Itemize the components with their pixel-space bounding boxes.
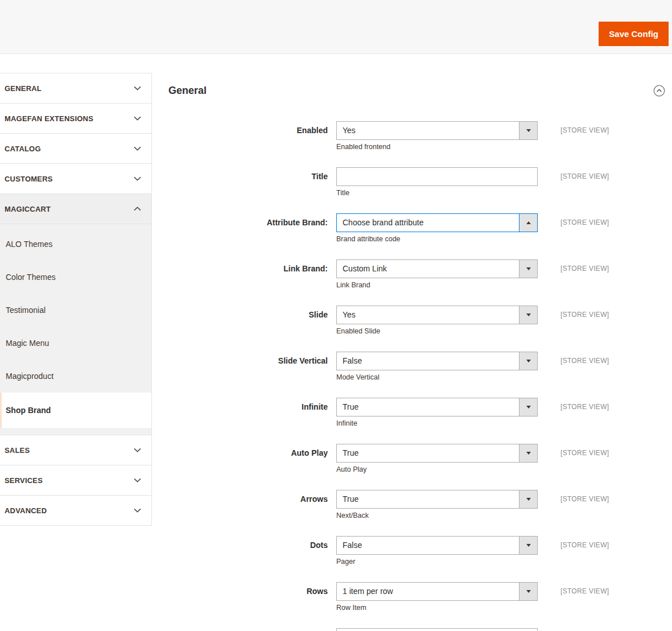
field-text-input[interactable] [336, 628, 538, 631]
form-field-row: Attribute Brand: Choose brand attribute … [168, 213, 665, 244]
scope-label: [STORE VIEW] [560, 444, 609, 474]
field-label-cell: Auto Play [168, 444, 336, 474]
form-field-row: Title Title [STORE VIEW] [168, 167, 665, 197]
dropdown-arrow-icon[interactable] [519, 537, 537, 554]
sidebar-section-header[interactable]: MAGICCART [0, 194, 151, 224]
field-label-cell: Arrows [168, 490, 336, 520]
field-select[interactable]: Custom Link [336, 259, 538, 278]
field-control-cell: 1 item per row Row Item [336, 582, 538, 612]
field-label: Attribute Brand: [267, 213, 328, 232]
field-label: Slide Vertical [278, 352, 328, 370]
field-select[interactable]: Yes [336, 306, 538, 324]
sidebar-section: MAGICCART ALO Themes Color Themes Testim… [0, 194, 151, 435]
field-control-cell: Choose brand attribute Brand attribute c… [336, 213, 538, 244]
field-select[interactable]: 1 item per row [336, 582, 538, 601]
field-control-cell: True Infinite [336, 398, 538, 428]
scope-label: [STORE VIEW] [560, 306, 609, 336]
collapse-section-icon[interactable] [653, 85, 665, 97]
scope-label: [STORE VIEW] [560, 121, 609, 151]
field-control-cell: True Auto Play [336, 444, 538, 474]
field-label-cell: Rows [168, 582, 336, 612]
sidebar-section-label: MAGICCART [5, 205, 51, 213]
form-field-row: Auto Play True Auto Play [STORE VIEW] [168, 444, 665, 474]
sidebar-subitem[interactable]: Magicproduct [0, 360, 151, 393]
field-control-cell: False Mode Vertical [336, 352, 538, 382]
scope-label: [STORE VIEW] [560, 582, 609, 612]
field-select[interactable]: Yes [336, 121, 538, 140]
config-page: Save Config GENERAL MAGEFAN EXTENSIONS C… [0, 0, 672, 631]
field-select[interactable]: False [336, 536, 538, 555]
dropdown-arrow-icon[interactable] [519, 444, 537, 462]
sidebar-section-header[interactable]: SERVICES [0, 465, 151, 496]
dropdown-arrow-icon[interactable] [519, 352, 537, 370]
chevron-down-icon [134, 478, 141, 482]
field-label: Link Brand: [283, 259, 328, 278]
field-hint: Row Item [336, 604, 538, 612]
field-select[interactable]: True [336, 490, 538, 509]
field-hint: Enabled Slide [336, 327, 538, 336]
field-label-cell: Slide Vertical [168, 352, 336, 382]
sidebar-section: CUSTOMERS [0, 164, 151, 194]
chevron-up-icon [134, 207, 141, 211]
chevron-down-icon [134, 146, 141, 151]
dropdown-arrow-icon[interactable] [519, 306, 537, 324]
field-hint: Next/Back [336, 512, 538, 520]
dropdown-arrow-icon[interactable] [519, 490, 537, 508]
dropdown-arrow-icon[interactable] [519, 214, 537, 232]
topbar: Save Config [0, 0, 672, 54]
form-field-row [168, 628, 665, 631]
general-settings-form: Enabled Yes Enabled frontend [STORE VIEW… [168, 121, 665, 631]
dropdown-arrow-icon[interactable] [519, 122, 537, 139]
sidebar-section-label: SALES [5, 446, 30, 455]
sidebar-subitem[interactable]: Magic Menu [0, 327, 151, 360]
sidebar-subitem[interactable]: Testimonial [0, 294, 151, 327]
form-field-row: Link Brand: Custom Link Link Brand [STOR… [168, 259, 665, 290]
field-label: Dots [310, 536, 328, 555]
save-config-button[interactable]: Save Config [599, 22, 669, 46]
sidebar-subitem-label: Testimonial [6, 306, 46, 315]
field-text-input[interactable] [336, 167, 538, 186]
sidebar-subitem-label: Magicproduct [6, 372, 53, 381]
field-select[interactable]: False [336, 352, 538, 370]
field-control-cell: Yes Enabled Slide [336, 306, 538, 336]
chevron-down-icon [134, 508, 141, 513]
sidebar-section-header[interactable]: SALES [0, 435, 151, 465]
select-value: Custom Link [337, 260, 519, 278]
sidebar-subitems: ALO Themes Color Themes Testimonial Magi… [0, 224, 151, 435]
sidebar-subitem[interactable]: Color Themes [0, 261, 151, 294]
dropdown-arrow-icon[interactable] [519, 398, 537, 416]
main-panel: General Enabled Yes Enabled frontend [ST… [152, 73, 672, 631]
sidebar-section-label: CATALOG [5, 145, 41, 153]
dropdown-arrow-icon[interactable] [519, 583, 537, 600]
sidebar-section: SALES [0, 435, 151, 465]
sidebar-section-header[interactable]: CUSTOMERS [0, 164, 151, 194]
sidebar-section-header[interactable]: GENERAL [0, 73, 151, 104]
field-select[interactable]: Choose brand attribute [336, 213, 538, 232]
scope-label: [STORE VIEW] [560, 398, 609, 428]
sidebar-section-header[interactable]: ADVANCED [0, 496, 151, 526]
dropdown-arrow-icon[interactable] [519, 260, 537, 278]
sidebar-section: CATALOG [0, 134, 151, 164]
field-select[interactable]: True [336, 398, 538, 416]
field-select[interactable]: True [336, 444, 538, 463]
field-control-cell: False Pager [336, 536, 538, 566]
chevron-down-icon [134, 86, 141, 90]
sidebar-section-header[interactable]: MAGEFAN EXTENSIONS [0, 104, 151, 134]
sidebar-section-header[interactable]: CATALOG [0, 134, 151, 164]
field-hint: Auto Play [336, 465, 538, 474]
field-label-cell: Dots [168, 536, 336, 566]
form-field-row: Slide Yes Enabled Slide [STORE VIEW] [168, 306, 665, 336]
sidebar-subitem[interactable]: ALO Themes [0, 228, 151, 261]
chevron-down-icon [134, 176, 141, 181]
field-label-cell: Infinite [168, 398, 336, 428]
field-hint: Title [336, 189, 538, 197]
form-field-row: Arrows True Next/Back [STORE VIEW] [168, 490, 665, 520]
field-control-cell: Yes Enabled frontend [336, 121, 538, 151]
sidebar-section-label: MAGEFAN EXTENSIONS [5, 114, 93, 123]
field-label-cell: Title [168, 167, 336, 197]
sidebar-subitem[interactable]: Shop Brand [0, 393, 151, 428]
select-value: True [337, 444, 519, 462]
field-label-cell: Link Brand: [168, 259, 336, 290]
scope-label: [STORE VIEW] [560, 352, 609, 382]
field-hint: Brand attribute code [336, 235, 538, 244]
